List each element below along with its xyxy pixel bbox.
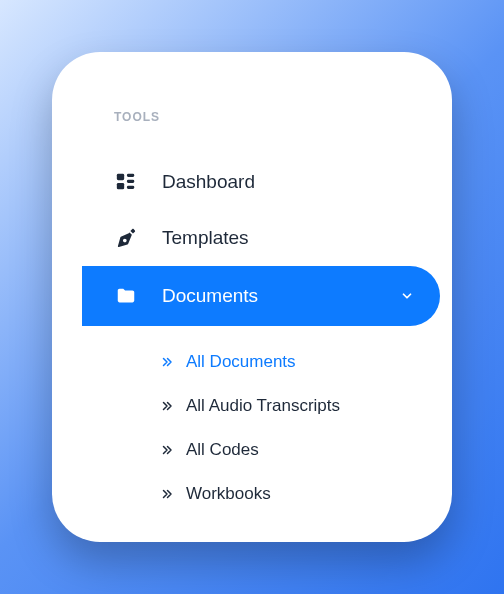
nav-item-label: Templates [162, 227, 249, 249]
dashboard-icon [114, 170, 138, 194]
svg-rect-2 [127, 174, 134, 177]
subnav-item-label: All Audio Transcripts [186, 396, 340, 416]
svg-rect-3 [127, 180, 134, 183]
nav-item-label: Dashboard [162, 171, 255, 193]
pen-nib-icon [114, 226, 138, 250]
subnav-item-all-audio-transcripts[interactable]: All Audio Transcripts [160, 384, 452, 428]
nav-list: Dashboard Templates [52, 154, 452, 516]
svg-rect-4 [127, 186, 134, 189]
double-chevron-right-icon [160, 443, 174, 457]
svg-rect-0 [117, 174, 124, 180]
svg-rect-1 [117, 183, 124, 189]
subnav-item-label: Workbooks [186, 484, 271, 504]
sidebar-card: TOOLS Dashboard Templates [52, 52, 452, 542]
documents-subnav: All Documents All Audio Transcripts All … [52, 340, 452, 516]
folder-icon [114, 284, 138, 308]
subnav-item-label: All Codes [186, 440, 259, 460]
nav-item-label: Documents [162, 285, 258, 307]
double-chevron-right-icon [160, 355, 174, 369]
subnav-item-all-codes[interactable]: All Codes [160, 428, 452, 472]
nav-item-documents[interactable]: Documents [82, 266, 440, 326]
chevron-down-icon [400, 289, 414, 303]
subnav-item-label: All Documents [186, 352, 296, 372]
double-chevron-right-icon [160, 399, 174, 413]
subnav-item-workbooks[interactable]: Workbooks [160, 472, 452, 516]
nav-item-templates[interactable]: Templates [52, 210, 452, 266]
subnav-item-all-documents[interactable]: All Documents [160, 340, 452, 384]
section-title: TOOLS [52, 110, 452, 124]
nav-item-dashboard[interactable]: Dashboard [52, 154, 452, 210]
double-chevron-right-icon [160, 487, 174, 501]
